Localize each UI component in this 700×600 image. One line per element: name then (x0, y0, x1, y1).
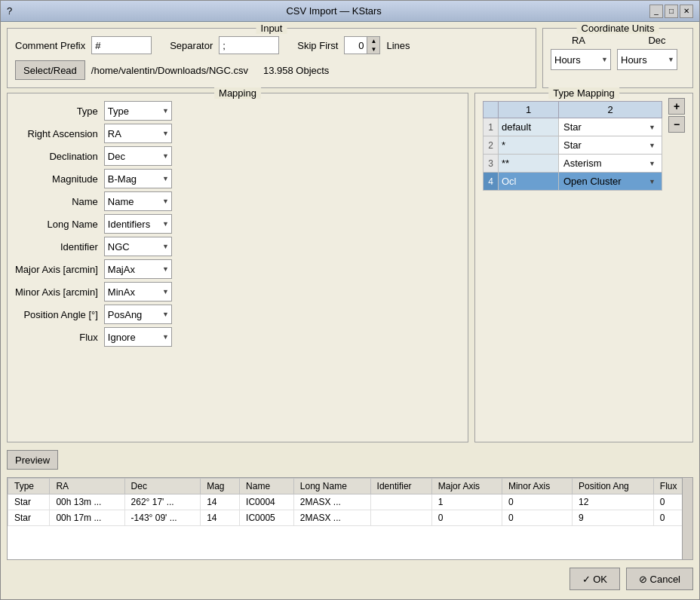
data-table-column-header: Minor Axis (502, 479, 572, 494)
lines-label: Lines (386, 40, 410, 51)
spinbox-arrows: ▲ ▼ (367, 36, 380, 54)
data-table-cell: 2MASX ... (293, 494, 370, 510)
col2-header: 2 (559, 102, 662, 118)
mapping-row-dropdown-wrapper: Type (104, 101, 172, 121)
skip-first-label: Skip First (297, 40, 338, 51)
mapping-row-dropdown[interactable]: PosAng (104, 305, 172, 324)
dec-dropdown[interactable]: Hours Degrees Radians (617, 49, 677, 70)
mapping-row-label: Minor Axis [arcmin] (15, 286, 98, 298)
input-section: Input Comment Prefix Separator Skip Firs… (7, 28, 536, 88)
window-controls: _ □ ✕ (649, 5, 693, 18)
remove-row-button[interactable]: − (668, 116, 685, 133)
row-number: 3 (484, 155, 499, 173)
data-table-cell: 9 (573, 510, 654, 526)
type-col2-cell[interactable]: StarAsterismOpen ClusterGlobular Cluster… (559, 155, 662, 173)
type-col2-dropdown-wrapper: StarAsterismOpen ClusterGlobular Cluster… (562, 174, 659, 188)
spin-up[interactable]: ▲ (367, 37, 379, 45)
row-number: 4 (484, 173, 499, 191)
type-col2-dropdown-wrapper: StarAsterismOpen ClusterGlobular Cluster… (562, 138, 659, 152)
mapping-row-label: Long Name (15, 219, 98, 230)
type-table-row[interactable]: 4OclStarAsterismOpen ClusterGlobular Clu… (484, 173, 662, 191)
type-mapping-title: Type Mapping (548, 87, 619, 99)
mapping-row-label: Magnitude (15, 173, 98, 185)
data-table-cell: 00h 13m ... (50, 494, 124, 510)
mapping-row-dropdown[interactable]: Ignore (104, 327, 172, 347)
coord-dropdowns: Hours Degrees Radians Hours Degrees Radi… (551, 49, 685, 70)
type-col1-cell: Ocl (499, 173, 559, 191)
mapping-row-dropdown[interactable]: B-Mag (104, 169, 172, 188)
skip-first-spinbox: ▲ ▼ (344, 36, 380, 54)
mapping-row-dropdown[interactable]: Identifiers (104, 214, 172, 234)
mapping-row-dropdown-wrapper: NGC (104, 237, 172, 256)
help-icon[interactable]: ? (7, 5, 12, 17)
data-table: TypeRADecMagNameLong NameIdentifierMajor… (8, 478, 692, 526)
spin-down[interactable]: ▼ (367, 45, 379, 54)
mapping-row-label: Major Axis [arcmin] (15, 264, 98, 275)
data-table-cell: 0 (431, 510, 502, 526)
type-table-row[interactable]: 1defaultStarAsterismOpen ClusterGlobular… (484, 118, 662, 136)
separator-input[interactable] (219, 36, 279, 54)
type-col1-cell: default (499, 118, 559, 136)
mapping-row-dropdown[interactable]: RA (104, 124, 172, 143)
ra-dropdown-wrapper: Hours Degrees Radians (551, 49, 611, 70)
mapping-row-dropdown-wrapper: B-Mag (104, 169, 172, 188)
data-table-cell: 0 (502, 494, 572, 510)
scrollbar[interactable] (682, 478, 692, 559)
mapping-row-dropdown-wrapper: MinAx (104, 282, 172, 302)
mapping-row-label: Identifier (15, 241, 98, 253)
type-mapping-table: 1 2 1defaultStarAsterismOpen ClusterGlob… (483, 101, 662, 191)
minimize-button[interactable]: _ (649, 5, 663, 18)
coordinate-units-title: Coordinate Units (577, 23, 659, 34)
data-table-cell: IC0004 (240, 494, 294, 510)
type-mapping-inner: 1 2 1defaultStarAsterismOpen ClusterGlob… (483, 98, 685, 191)
mapping-row-dropdown[interactable]: MajAx (104, 259, 172, 279)
bottom-buttons: ✓ OK ⊘ Cancel (7, 565, 693, 593)
type-col2-dropdown-wrapper: StarAsterismOpen ClusterGlobular Cluster… (562, 120, 659, 134)
ra-label: RA (551, 35, 606, 46)
cancel-button[interactable]: ⊘ Cancel (626, 568, 693, 590)
type-col2-cell[interactable]: StarAsterismOpen ClusterGlobular Cluster… (559, 173, 662, 191)
row-number: 1 (484, 118, 499, 136)
type-table-row[interactable]: 2*StarAsterismOpen ClusterGlobular Clust… (484, 136, 662, 155)
mapping-section: Mapping TypeTypeRight AscensionRADeclina… (7, 93, 468, 442)
row-number: 2 (484, 136, 499, 155)
mapping-row-dropdown-wrapper: RA (104, 124, 172, 143)
mapping-row-dropdown[interactable]: NGC (104, 237, 172, 256)
type-col2-dropdown[interactable]: StarAsterismOpen ClusterGlobular Cluster… (562, 138, 659, 152)
mapping-row-dropdown[interactable]: MinAx (104, 282, 172, 302)
close-button[interactable]: ✕ (680, 5, 693, 18)
maximize-button[interactable]: □ (665, 5, 678, 18)
add-remove-buttons: + − (668, 98, 685, 191)
window-title: CSV Import — KStars (18, 5, 649, 17)
ra-dropdown[interactable]: Hours Degrees Radians (551, 49, 611, 70)
ok-button[interactable]: ✓ OK (570, 568, 620, 590)
type-col2-dropdown[interactable]: StarAsterismOpen ClusterGlobular Cluster… (562, 156, 659, 170)
data-table-row: Star00h 17m ...-143° 09' ...14IC00052MAS… (8, 510, 692, 526)
type-table-row[interactable]: 3**StarAsterismOpen ClusterGlobular Clus… (484, 155, 662, 173)
add-row-button[interactable]: + (668, 98, 685, 115)
data-table-column-header: Position Ang (573, 479, 654, 494)
mapping-row-dropdown[interactable]: Dec (104, 146, 172, 166)
data-table-column-header: RA (50, 479, 124, 494)
data-table-cell: Star (8, 510, 50, 526)
mapping-row-dropdown[interactable]: Name (104, 191, 172, 211)
row-num-header (484, 102, 499, 118)
input-row1: Comment Prefix Separator Skip First ▲ ▼ … (15, 36, 528, 54)
type-col2-dropdown[interactable]: StarAsterismOpen ClusterGlobular Cluster… (562, 174, 659, 188)
skip-first-input[interactable] (344, 36, 367, 54)
mapping-grid: TypeTypeRight AscensionRADeclinationDecM… (15, 101, 460, 347)
select-read-button[interactable]: Select/Read (15, 60, 85, 80)
mapping-row-dropdown-wrapper: MajAx (104, 259, 172, 279)
data-table-cell: 262° 17' ... (124, 494, 201, 510)
mapping-row-label: Position Angle [°] (15, 309, 98, 320)
type-col2-cell[interactable]: StarAsterismOpen ClusterGlobular Cluster… (559, 136, 662, 155)
data-table-cell: 12 (573, 494, 654, 510)
comment-prefix-input[interactable] (91, 36, 152, 54)
data-table-cell: 0 (502, 510, 572, 526)
preview-button[interactable]: Preview (7, 450, 58, 470)
mapping-row-dropdown[interactable]: Type (104, 101, 172, 121)
window: ? CSV Import — KStars _ □ ✕ Input Commen… (0, 0, 700, 600)
data-table-column-header: Major Axis (431, 479, 502, 494)
type-col2-cell[interactable]: StarAsterismOpen ClusterGlobular Cluster… (559, 118, 662, 136)
type-col2-dropdown[interactable]: StarAsterismOpen ClusterGlobular Cluster… (562, 120, 659, 134)
